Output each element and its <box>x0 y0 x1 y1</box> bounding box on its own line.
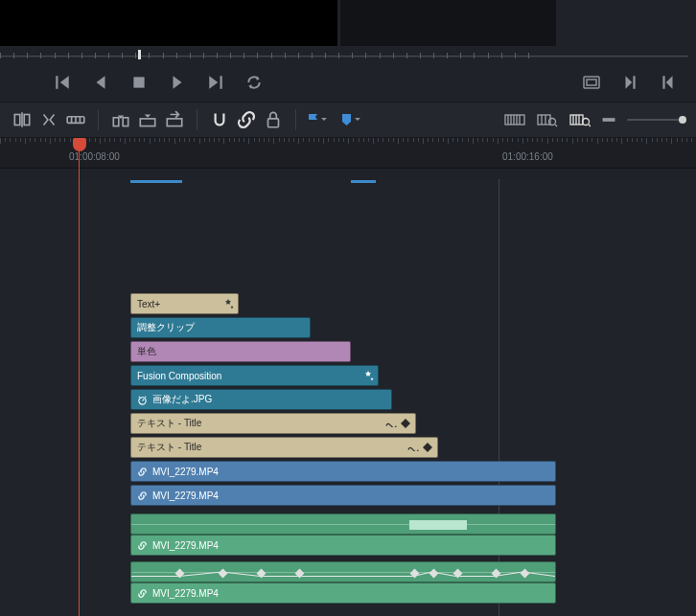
svg-point-33 <box>139 397 146 403</box>
zoom-detail-icon[interactable] <box>537 109 558 130</box>
svg-rect-0 <box>133 77 144 87</box>
svg-rect-12 <box>140 119 154 126</box>
snap-icon[interactable] <box>209 109 230 130</box>
clip-adjustment[interactable]: 調整クリップ <box>130 317 311 338</box>
zoom-slider[interactable] <box>627 119 684 121</box>
last-frame-button[interactable] <box>207 74 224 91</box>
jog-head[interactable] <box>138 50 141 59</box>
clip-label: 単色 <box>137 345 156 358</box>
clip-audio-2-waveform[interactable] <box>130 561 556 582</box>
speed-icon <box>137 395 148 405</box>
play-button[interactable] <box>169 74 186 91</box>
zoom-custom-icon[interactable] <box>569 109 591 130</box>
clip-audio-1-waveform[interactable] <box>130 513 556 535</box>
clip-video-1[interactable]: MVI_2279.MP4 <box>130 461 556 482</box>
svg-rect-10 <box>113 118 119 126</box>
fx-icon <box>222 298 234 309</box>
ruler-timecode-1: 01:00:08:00 <box>69 151 120 162</box>
clip-textplus[interactable]: Text+ <box>130 293 239 314</box>
svg-rect-13 <box>167 119 181 126</box>
dynamic-trim-icon[interactable] <box>65 109 86 130</box>
match-frame-button[interactable] <box>583 74 600 91</box>
trim-edit-icon[interactable] <box>38 109 59 130</box>
clip-title-1[interactable]: テキスト - Title <box>130 413 416 434</box>
first-frame-button[interactable] <box>54 74 71 91</box>
clip-label: Fusion Composition <box>137 371 221 381</box>
zoom-slider-handle[interactable] <box>679 116 686 124</box>
zoom-full-icon[interactable] <box>504 109 525 130</box>
clip-label: MVI_2279.MP4 <box>152 588 219 599</box>
marker-dropdown[interactable] <box>341 113 361 126</box>
clip-label: 調整クリップ <box>137 321 195 334</box>
clip-image[interactable]: 画像だよ.JPG <box>130 389 392 410</box>
viewer-source[interactable] <box>0 0 337 46</box>
clip-label: 画像だよ.JPG <box>152 393 212 406</box>
svg-rect-11 <box>123 118 128 126</box>
clip-title-2[interactable]: テキスト - Title <box>130 437 438 458</box>
lock-icon[interactable] <box>263 109 284 130</box>
timeline-tracks[interactable]: Text+ 調整クリップ 単色 Fusion Composition 画像だよ.… <box>0 179 696 616</box>
keyframe-icon <box>400 418 411 429</box>
clip-audio-1[interactable]: MVI_2279.MP4 <box>130 535 556 556</box>
flag-dropdown[interactable] <box>308 113 328 126</box>
svg-rect-2 <box>587 80 596 85</box>
link-icon <box>137 540 148 551</box>
clip-solid-color[interactable]: 単色 <box>130 341 351 362</box>
svg-line-31 <box>589 125 591 126</box>
link-icon[interactable] <box>236 109 257 130</box>
jog-bar[interactable] <box>0 46 688 63</box>
svg-rect-32 <box>603 119 615 121</box>
timeline-ruler[interactable]: 01:00:08:00 01:00:16:00 <box>0 138 696 169</box>
link-icon <box>137 467 148 477</box>
clip-fusion[interactable]: Fusion Composition <box>130 365 379 386</box>
playhead-handle[interactable] <box>73 138 86 151</box>
curve-icon <box>385 418 397 429</box>
svg-rect-21 <box>538 115 550 125</box>
insert-clip-icon[interactable] <box>110 109 131 130</box>
clip-video-2[interactable]: MVI_2279.MP4 <box>130 485 556 506</box>
link-icon <box>137 491 148 501</box>
clip-label: MVI_2279.MP4 <box>152 491 219 501</box>
in-out-mark <box>130 180 182 183</box>
svg-rect-14 <box>268 119 279 127</box>
clip-label: テキスト - Title <box>137 417 201 430</box>
ruler-timecode-2: 01:00:16:00 <box>502 151 553 162</box>
svg-line-25 <box>555 125 557 126</box>
prev-edit-button[interactable] <box>660 74 677 91</box>
viewer-timeline[interactable] <box>340 0 556 46</box>
selection-mode-icon[interactable] <box>12 109 33 130</box>
curve-icon <box>407 442 419 453</box>
loop-button[interactable] <box>245 74 263 91</box>
fx-icon <box>362 370 374 381</box>
keyframe-icon <box>422 442 433 453</box>
zoom-out-button[interactable] <box>602 109 615 130</box>
link-icon <box>137 588 148 599</box>
transport-controls <box>0 63 696 102</box>
clip-label: テキスト - Title <box>137 441 201 454</box>
clip-label: MVI_2279.MP4 <box>152 467 219 477</box>
overwrite-clip-icon[interactable] <box>137 109 158 130</box>
next-edit-button[interactable] <box>621 74 638 91</box>
viewer-area <box>0 0 696 46</box>
clip-audio-2[interactable]: MVI_2279.MP4 <box>130 582 556 604</box>
svg-rect-4 <box>24 115 30 125</box>
timeline-toolbar <box>0 102 696 138</box>
stop-button[interactable] <box>130 74 148 91</box>
clip-label: MVI_2279.MP4 <box>152 540 219 551</box>
svg-rect-3 <box>14 115 19 125</box>
replace-clip-icon[interactable] <box>164 109 185 130</box>
clip-label: Text+ <box>137 299 160 309</box>
play-reverse-button[interactable] <box>92 74 109 91</box>
in-out-mark <box>351 180 376 183</box>
